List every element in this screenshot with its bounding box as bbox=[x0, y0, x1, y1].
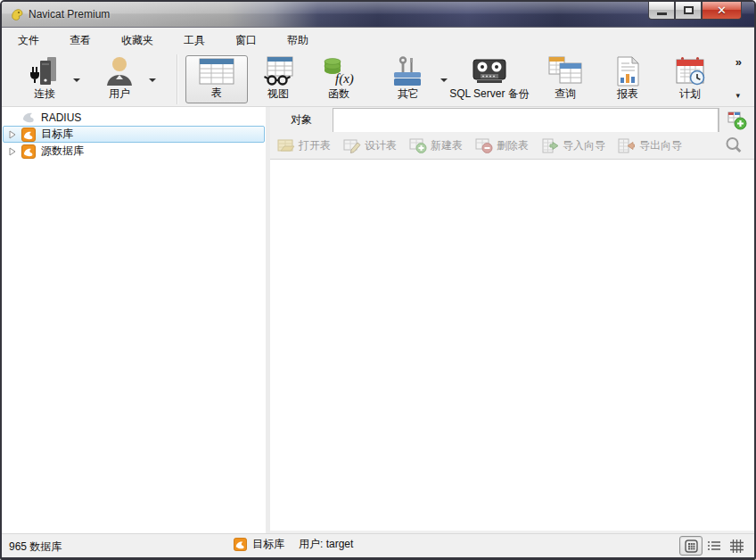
objects-pane: 对象 打开表 bbox=[270, 107, 754, 531]
expand-arrow-icon[interactable] bbox=[8, 147, 17, 156]
minimize-icon bbox=[657, 12, 667, 15]
views-button[interactable]: 视图 bbox=[255, 55, 301, 103]
open-connection-icon bbox=[21, 144, 36, 159]
menu-help[interactable]: 帮助 bbox=[276, 29, 319, 52]
object-toolbar: 打开表 设计表 新建表 bbox=[270, 132, 754, 160]
object-toolbar-label: 删除表 bbox=[497, 138, 529, 153]
svg-text:f(x): f(x) bbox=[335, 71, 354, 86]
export-wizard-button[interactable]: 导出向导 bbox=[618, 138, 682, 153]
open-connection-icon bbox=[234, 538, 247, 551]
view-icon bbox=[260, 56, 296, 86]
table-icon bbox=[197, 57, 236, 86]
design-table-icon bbox=[343, 138, 361, 153]
tab-bar-empty bbox=[333, 108, 719, 132]
list-view-icon bbox=[707, 539, 721, 552]
minimize-button[interactable] bbox=[648, 2, 675, 20]
menu-window[interactable]: 窗口 bbox=[225, 29, 267, 52]
maximize-icon bbox=[684, 6, 694, 14]
connection-dropdown-icon[interactable] bbox=[73, 78, 80, 82]
expand-arrow-icon[interactable] bbox=[8, 130, 17, 139]
icon-view-icon bbox=[685, 539, 698, 553]
menu-bar: 文件 查看 收藏夹 工具 窗口 帮助 bbox=[2, 29, 754, 52]
tree-item-source-db[interactable]: 源数据库 bbox=[3, 143, 265, 160]
menu-favorites[interactable]: 收藏夹 bbox=[111, 29, 164, 52]
status-connection: 目标库 用户: target bbox=[234, 537, 353, 552]
object-toolbar-label: 导出向导 bbox=[639, 138, 682, 153]
connection-tree: RADIUS 目标库 源数据库 bbox=[2, 107, 266, 535]
export-wizard-icon bbox=[618, 138, 636, 153]
report-button[interactable]: 报表 bbox=[604, 55, 651, 103]
status-user: 用户: target bbox=[299, 537, 353, 552]
tree-item-radius[interactable]: RADIUS bbox=[3, 109, 265, 126]
query-icon bbox=[546, 56, 584, 86]
maximize-button[interactable] bbox=[675, 2, 702, 20]
backup-icon bbox=[470, 57, 509, 86]
new-tab-icon bbox=[727, 111, 747, 130]
tables-button[interactable]: 表 bbox=[185, 55, 248, 103]
toolbar-overflow-icon[interactable]: » bbox=[735, 55, 742, 69]
report-icon bbox=[612, 56, 643, 86]
window-title: Navicat Premium bbox=[29, 8, 110, 21]
object-list-area[interactable] bbox=[270, 160, 754, 531]
sqlserver-backup-button[interactable]: SQL Server 备份 bbox=[445, 55, 534, 103]
menu-view[interactable]: 查看 bbox=[59, 29, 102, 52]
tree-item-label: 目标库 bbox=[41, 127, 73, 142]
toolbar-label: 其它 bbox=[398, 86, 419, 103]
title-bar[interactable]: Navicat Premium ✕ bbox=[2, 2, 754, 28]
close-button[interactable]: ✕ bbox=[702, 2, 742, 20]
menu-tools[interactable]: 工具 bbox=[173, 29, 216, 52]
closed-connection-icon bbox=[21, 111, 36, 125]
object-toolbar-label: 设计表 bbox=[365, 138, 397, 153]
menu-file[interactable]: 文件 bbox=[7, 29, 50, 52]
status-count: 965 数据库 bbox=[9, 539, 62, 555]
new-tab-button[interactable] bbox=[719, 108, 754, 132]
status-bar: 965 数据库 目标库 用户: target bbox=[2, 533, 754, 557]
user-button[interactable]: 用户 bbox=[96, 55, 143, 103]
open-table-icon bbox=[277, 138, 295, 153]
new-table-icon bbox=[409, 138, 427, 153]
open-table-button[interactable]: 打开表 bbox=[277, 138, 331, 153]
object-toolbar-label: 新建表 bbox=[431, 138, 463, 153]
tab-objects[interactable]: 对象 bbox=[270, 107, 333, 132]
toolbar-label: 用户 bbox=[109, 86, 130, 103]
user-dropdown-icon[interactable] bbox=[149, 78, 156, 82]
function-icon: f(x) bbox=[321, 56, 357, 86]
list-view-button[interactable] bbox=[703, 536, 726, 556]
toolbar-label: 视图 bbox=[267, 86, 289, 103]
object-toolbar-label: 打开表 bbox=[299, 138, 331, 153]
toolbar-separator bbox=[177, 54, 177, 104]
toolbar-label: SQL Server 备份 bbox=[449, 86, 530, 103]
delete-table-button[interactable]: 删除表 bbox=[475, 138, 529, 153]
tree-item-target-db[interactable]: 目标库 bbox=[3, 126, 265, 143]
user-icon bbox=[103, 56, 136, 86]
view-mode-buttons bbox=[679, 536, 749, 556]
toolbar-label: 表 bbox=[211, 86, 222, 103]
toolbar-label: 计划 bbox=[679, 86, 701, 103]
icon-view-button[interactable] bbox=[679, 536, 703, 556]
others-button[interactable]: 其它 bbox=[385, 55, 431, 103]
status-connection-name: 目标库 bbox=[252, 537, 284, 552]
open-connection-icon bbox=[21, 128, 36, 142]
toolbar-label: 函数 bbox=[328, 86, 349, 103]
search-icon[interactable] bbox=[724, 136, 744, 155]
functions-button[interactable]: f(x) 函数 bbox=[316, 55, 362, 103]
query-button[interactable]: 查询 bbox=[542, 55, 588, 103]
detail-view-button[interactable] bbox=[726, 536, 749, 556]
tree-item-label: RADIUS bbox=[41, 111, 81, 124]
toolbar-overflow-down-icon[interactable]: ▾ bbox=[735, 91, 740, 100]
connection-button[interactable]: 连接 bbox=[21, 55, 68, 103]
toolbar-label: 报表 bbox=[617, 86, 638, 103]
toolbar-label: 连接 bbox=[34, 86, 55, 103]
toolbar-label: 查询 bbox=[555, 86, 576, 103]
others-icon bbox=[390, 56, 426, 86]
schedule-icon bbox=[673, 56, 707, 86]
tab-bar: 对象 bbox=[270, 107, 754, 132]
new-table-button[interactable]: 新建表 bbox=[409, 138, 463, 153]
connection-icon bbox=[28, 56, 62, 86]
delete-table-icon bbox=[475, 138, 493, 153]
schedule-button[interactable]: 计划 bbox=[667, 55, 713, 103]
import-wizard-button[interactable]: 导入向导 bbox=[541, 138, 605, 153]
navicat-app-icon bbox=[10, 7, 24, 21]
design-table-button[interactable]: 设计表 bbox=[343, 138, 397, 153]
main-toolbar: 连接 用户 表 bbox=[2, 52, 754, 107]
